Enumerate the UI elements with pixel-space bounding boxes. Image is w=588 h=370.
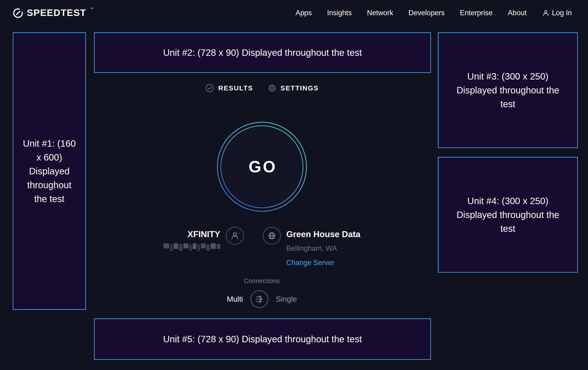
tab-results[interactable]: RESULTS bbox=[205, 83, 253, 93]
server-name: Green House Data bbox=[286, 230, 360, 239]
tab-results-label: RESULTS bbox=[218, 84, 253, 92]
connections-toggle[interactable] bbox=[250, 290, 268, 308]
globe-circle-icon bbox=[263, 227, 281, 245]
go-button-label: GO bbox=[217, 121, 307, 212]
isp-user-circle-icon bbox=[226, 227, 244, 245]
connection-meta: XFINITY G bbox=[86, 227, 438, 267]
change-server-link[interactable]: Change Server bbox=[286, 259, 335, 267]
ad-unit-3[interactable]: Unit #3: (300 x 250) Displayed throughou… bbox=[438, 32, 578, 148]
tabs: RESULTS SETTINGS bbox=[86, 83, 438, 93]
server-group: Green House Data Bellingham, WA Change S… bbox=[263, 227, 360, 267]
logo-text: SPEEDTEST bbox=[27, 7, 86, 18]
server-location: Bellingham, WA bbox=[286, 244, 337, 253]
connections-multi-option[interactable]: Multi bbox=[227, 295, 243, 304]
main-content: RESULTS SETTINGS bbox=[86, 0, 438, 370]
gear-icon bbox=[267, 83, 277, 93]
speedtest-logo[interactable]: SPEEDTEST™ bbox=[13, 7, 93, 19]
ad-unit-1-label: Unit #1: (160 x 600) Displayed throughou… bbox=[22, 137, 77, 206]
nav-item-about[interactable]: About bbox=[508, 9, 526, 17]
censored-ip bbox=[164, 243, 220, 252]
ad-unit-4-label: Unit #4: (300 x 250) Displayed throughou… bbox=[452, 194, 563, 236]
nav-item-enterprise[interactable]: Enterprise bbox=[460, 9, 492, 17]
connections-single-option[interactable]: Single bbox=[276, 295, 297, 304]
check-circle-icon bbox=[205, 83, 214, 93]
login-button[interactable]: Log In bbox=[542, 9, 572, 17]
speedometer-icon bbox=[13, 8, 23, 19]
ad-unit-4[interactable]: Unit #4: (300 x 250) Displayed throughou… bbox=[438, 157, 578, 273]
connections-section: Connections Multi Single bbox=[86, 278, 438, 308]
multi-connections-icon bbox=[253, 293, 265, 305]
user-icon bbox=[542, 9, 550, 17]
globe-icon bbox=[266, 230, 277, 241]
login-label: Log In bbox=[552, 9, 572, 17]
ad-unit-3-label: Unit #3: (300 x 250) Displayed throughou… bbox=[452, 70, 563, 111]
user-icon bbox=[229, 230, 241, 241]
isp-name: XFINITY bbox=[188, 230, 220, 239]
isp-group: XFINITY bbox=[164, 227, 244, 267]
connections-label: Connections bbox=[86, 278, 438, 285]
tab-settings[interactable]: SETTINGS bbox=[267, 83, 319, 93]
ad-unit-1[interactable]: Unit #1: (160 x 600) Displayed throughou… bbox=[13, 32, 86, 310]
tab-settings-label: SETTINGS bbox=[281, 84, 319, 92]
go-button[interactable]: GO bbox=[217, 121, 307, 212]
